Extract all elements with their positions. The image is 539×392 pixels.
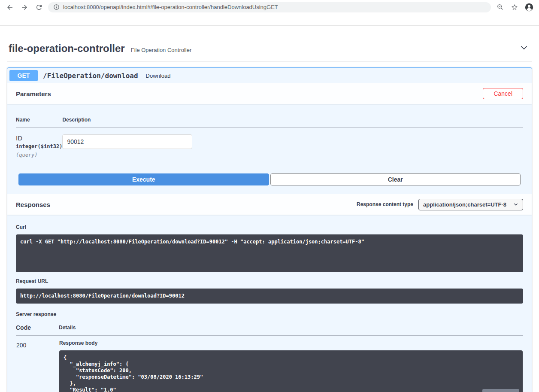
execute-button[interactable]: Execute xyxy=(18,173,269,185)
operation-block: GET /FileOperation/download Download Par… xyxy=(7,67,532,392)
server-response-label: Server response xyxy=(16,311,523,317)
controller-name: file-operation-controller xyxy=(9,43,125,55)
http-method-badge: GET xyxy=(9,70,38,81)
swagger-page: file-operation-controller File Operation… xyxy=(0,26,539,392)
response-body-wrap: { "_alchemyj_info": { "statusCode": 200,… xyxy=(59,350,523,392)
forward-icon[interactable] xyxy=(19,2,30,13)
collapse-chevron-icon[interactable] xyxy=(518,41,530,56)
response-row: 200 Response body { "_alchemyj_info": { … xyxy=(16,336,523,392)
column-header-name: Name xyxy=(16,111,62,128)
parameters-table: Name Description ID integer($int32) (que… xyxy=(16,111,523,162)
download-button[interactable]: Download xyxy=(482,389,519,392)
controller-title: file-operation-controller File Operation… xyxy=(9,43,191,55)
request-url-label: Request URL xyxy=(16,278,523,284)
response-status-code: 200 xyxy=(16,336,59,392)
bookmarks-strip xyxy=(0,14,539,26)
operation-path: /FileOperation/download xyxy=(43,72,138,80)
cancel-button[interactable]: Cancel xyxy=(483,88,523,99)
curl-label: Curl xyxy=(16,224,523,230)
response-content-type-value: application/json;charset=UTF-8 xyxy=(423,201,506,208)
operation-description: Download xyxy=(146,73,171,79)
column-header-details: Details xyxy=(59,319,523,336)
bookmark-star-icon[interactable] xyxy=(509,2,520,13)
info-icon[interactable] xyxy=(53,4,60,10)
parameter-row: ID integer($int32) (query) xyxy=(16,128,523,163)
column-header-description: Description xyxy=(62,111,523,128)
parameter-type: integer($int32) xyxy=(16,143,62,149)
chevron-down-icon xyxy=(513,202,518,207)
responses-title: Responses xyxy=(16,201,50,208)
response-content-type-label: Response content type xyxy=(357,201,413,207)
zoom-icon[interactable] xyxy=(494,2,506,13)
parameter-location: (query) xyxy=(16,152,62,158)
response-content-type-wrap: Response content type application/json;c… xyxy=(357,199,523,210)
controller-subtitle: File Operation Controller xyxy=(131,47,192,53)
request-url: http://localhost:8080/FileOperation/down… xyxy=(16,289,523,304)
responses-header: Responses Response content type applicat… xyxy=(7,194,532,215)
clear-button[interactable]: Clear xyxy=(270,173,521,185)
controller-section-header: file-operation-controller File Operation… xyxy=(7,39,532,61)
response-body-label: Response body xyxy=(59,340,523,346)
parameters-header: Parameters Cancel xyxy=(7,83,532,104)
response-body-json: { "_alchemyj_info": { "statusCode": 200,… xyxy=(59,350,523,392)
execute-wrapper: Execute Clear xyxy=(16,162,523,194)
browser-toolbar: localhost:8080/openapi/index.html#/file-… xyxy=(0,0,539,14)
back-icon[interactable] xyxy=(4,2,15,13)
curl-command: curl -X GET "http://localhost:8080/FileO… xyxy=(16,234,523,272)
response-content-type-select[interactable]: application/json;charset=UTF-8 xyxy=(418,199,523,210)
parameters-body: Name Description ID integer($int32) (que… xyxy=(7,104,532,194)
parameter-name: ID xyxy=(16,134,62,142)
parameters-title: Parameters xyxy=(16,90,51,97)
server-response-table: Code Details 200 Response body { "_alche… xyxy=(16,319,523,392)
url-text: localhost:8080/openapi/index.html#/file-… xyxy=(63,4,278,10)
operation-summary[interactable]: GET /FileOperation/download Download xyxy=(7,68,532,83)
reload-icon[interactable] xyxy=(33,2,45,13)
address-bar[interactable]: localhost:8080/openapi/index.html#/file-… xyxy=(48,2,491,12)
profile-avatar-icon[interactable] xyxy=(524,2,535,13)
parameter-value-input[interactable] xyxy=(62,134,192,149)
responses-body: Curl curl -X GET "http://localhost:8080/… xyxy=(7,215,532,392)
column-header-code: Code xyxy=(16,319,59,336)
